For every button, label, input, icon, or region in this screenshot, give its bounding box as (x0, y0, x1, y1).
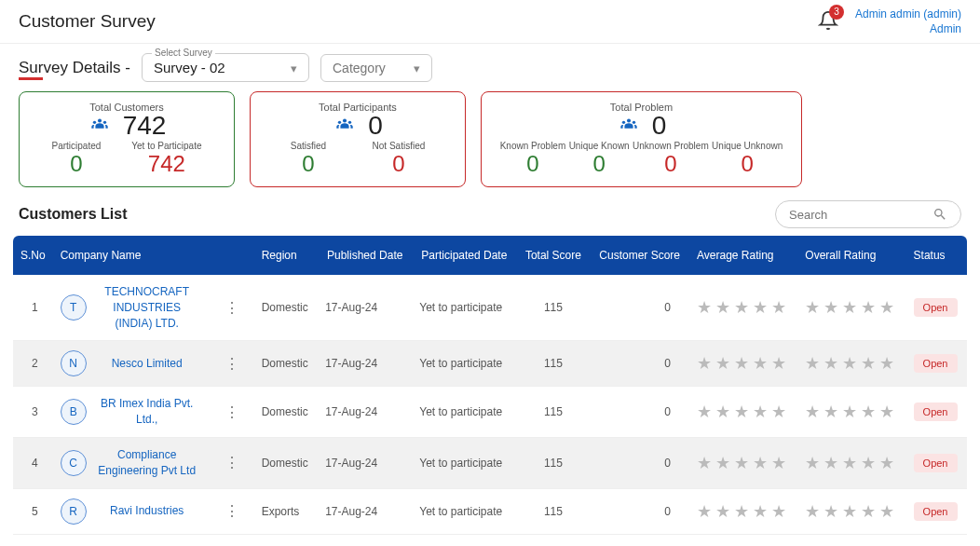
status-badge[interactable]: Open (914, 403, 958, 421)
company-name-link[interactable]: TECHNOCRAFT INDUSTRIES (INDIA) LTD. (96, 284, 198, 331)
star-icon: ★ (842, 501, 857, 522)
row-menu-button[interactable]: ⋮ (219, 404, 245, 420)
cell-menu: ⋮ (211, 437, 254, 488)
list-title: Customers List (19, 206, 127, 223)
user-menu[interactable]: Admin admin (admin) Admin (855, 7, 961, 35)
svg-point-2 (102, 121, 105, 124)
card-metric: Satisfied0 (291, 141, 326, 177)
card-metric: Not Satisfied0 (373, 141, 426, 177)
card-main-value: 742 (123, 111, 167, 141)
card-metric-label: Yet to Participate (131, 141, 201, 151)
cell-menu: ⋮ (211, 341, 254, 387)
company-name-link[interactable]: Ravi Industries (96, 503, 198, 519)
cell-customer-score: 0 (590, 275, 689, 341)
star-icon: ★ (861, 402, 876, 422)
cell-overall-rating: ★★★★★ (797, 341, 905, 387)
card-metric-label: Unknown Problem (633, 141, 709, 151)
table-row: 2 NNesco Limited ⋮ Domestic 17-Aug-24 Ye… (13, 341, 967, 387)
search-input[interactable] (789, 208, 929, 222)
star-rating: ★★★★★ (805, 353, 898, 374)
cell-participated: Yet to participate (412, 437, 516, 488)
status-badge[interactable]: Open (914, 502, 958, 521)
card-main-value: 0 (652, 111, 667, 141)
column-header[interactable]: S.No (13, 236, 53, 275)
column-header[interactable]: Participated Date (412, 236, 516, 275)
column-header[interactable]: Region (254, 236, 319, 275)
subheader: Survey Details - Select Survey Survey - … (0, 44, 980, 91)
cell-avg-rating: ★★★★★ (689, 437, 797, 488)
table-header: S.NoCompany NameRegionPublished DatePart… (13, 236, 967, 275)
cell-company: BBR Imex India Pvt. Ltd., (53, 387, 211, 438)
company-name-link[interactable]: Nesco Limited (96, 356, 198, 372)
svg-point-7 (622, 121, 625, 124)
star-icon: ★ (734, 353, 749, 374)
card-metric: Participated0 (51, 141, 101, 177)
star-icon: ★ (715, 402, 730, 422)
star-rating: ★★★★★ (697, 453, 790, 473)
row-menu-button[interactable]: ⋮ (219, 356, 245, 372)
page-title: Customer Survey (19, 11, 156, 32)
column-header[interactable]: Published Date (318, 236, 412, 275)
star-icon: ★ (715, 297, 730, 318)
column-header[interactable] (211, 236, 254, 275)
star-icon: ★ (861, 453, 876, 473)
status-badge[interactable]: Open (914, 298, 958, 317)
card-row: Participated0Yet to Participate742 (36, 141, 217, 177)
cell-overall-rating: ★★★★★ (797, 275, 905, 341)
cell-region: Domestic (254, 341, 319, 387)
column-header[interactable]: Status (906, 236, 967, 275)
star-icon: ★ (879, 402, 894, 422)
column-header[interactable]: Total Score (516, 236, 590, 275)
card-metric-label: Satisfied (291, 141, 326, 151)
star-icon: ★ (805, 297, 820, 318)
star-rating: ★★★★★ (697, 297, 790, 318)
column-header[interactable]: Average Rating (689, 236, 797, 275)
card-metric-value: 0 (373, 151, 426, 177)
company-name-link[interactable]: Compliance Engineering Pvt Ltd (96, 447, 198, 479)
star-icon: ★ (842, 353, 857, 374)
cell-company: NNesco Limited (53, 341, 211, 387)
cell-customer-score: 0 (590, 341, 689, 387)
status-badge[interactable]: Open (914, 354, 958, 373)
avatar: T (61, 294, 87, 321)
star-icon: ★ (734, 297, 749, 318)
company-name-link[interactable]: BR Imex India Pvt. Ltd., (96, 396, 198, 428)
column-header[interactable]: Company Name (53, 236, 211, 275)
row-menu-button[interactable]: ⋮ (219, 455, 245, 471)
star-icon: ★ (861, 353, 876, 374)
star-icon: ★ (753, 501, 768, 522)
chevron-down-icon: ▾ (414, 61, 420, 75)
user-name: Admin admin (admin) (855, 7, 961, 20)
category-dropdown[interactable]: Category ▾ (320, 54, 432, 82)
cell-avg-rating: ★★★★★ (689, 275, 797, 341)
star-rating: ★★★★★ (805, 501, 898, 522)
cell-participated: Yet to participate (412, 341, 516, 387)
star-icon: ★ (842, 402, 857, 422)
cell-sno: 1 (13, 275, 53, 341)
column-header[interactable]: Customer Score (590, 236, 689, 275)
cell-status: Open (906, 488, 967, 534)
header-right: 3 Admin admin (admin) Admin (818, 7, 961, 35)
star-icon: ★ (771, 402, 786, 422)
star-icon: ★ (697, 453, 712, 473)
search-box[interactable] (775, 200, 961, 228)
cell-customer-score: 0 (590, 387, 689, 438)
select-survey-dropdown[interactable]: Select Survey Survey - 02 ▾ (142, 53, 309, 82)
row-menu-button[interactable]: ⋮ (219, 503, 245, 519)
star-rating: ★★★★★ (805, 453, 898, 473)
notification-button[interactable]: 3 (818, 10, 838, 34)
cell-published: 17-Aug-24 (318, 437, 412, 488)
cell-sno: 5 (13, 488, 53, 534)
cell-sno: 3 (13, 387, 53, 438)
cell-customer-score: 0 (590, 437, 689, 488)
card-row: Known Problem0Unique Known0Unknown Probl… (498, 141, 784, 177)
star-rating: ★★★★★ (697, 353, 790, 374)
people-icon (88, 116, 112, 136)
column-header[interactable]: Overall Rating (797, 236, 905, 275)
card-metric: Unique Known0 (569, 141, 630, 177)
star-icon: ★ (771, 353, 786, 374)
row-menu-button[interactable]: ⋮ (219, 300, 245, 316)
status-badge[interactable]: Open (914, 454, 958, 472)
star-icon: ★ (715, 353, 730, 374)
svg-point-4 (338, 121, 341, 124)
